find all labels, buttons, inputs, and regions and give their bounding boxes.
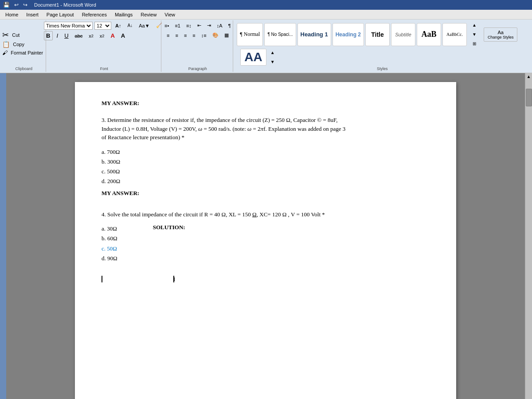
question3-number: 3. (102, 117, 106, 123)
style-h2-btn[interactable]: Heading 2 (332, 23, 364, 46)
superscript-button[interactable]: x2 (98, 32, 107, 40)
style-subtitle-btn[interactable]: Subtitle (391, 23, 415, 46)
scrollbar-thumb[interactable] (526, 89, 532, 106)
my-answer-section1: MY ANSWER: (102, 100, 430, 107)
change-styles-label: Change Styles (488, 35, 514, 39)
scroll-up-styles[interactable]: ▲ (470, 21, 479, 29)
highlight-button[interactable]: A (119, 31, 127, 40)
menu-page-layout[interactable]: Page Layout (43, 11, 78, 18)
menu-references[interactable]: References (78, 11, 110, 18)
style-subtitle-label: Subtitle (395, 32, 411, 37)
option-4d: d. 90Ω (102, 254, 117, 263)
font-size-select[interactable]: 12 10 11 14 (94, 22, 111, 30)
app-layout: MY ANSWER: 3. Determine the resistance o… (0, 73, 532, 399)
style-title-label: Title (371, 31, 384, 38)
menu-insert[interactable]: Insert (23, 11, 42, 18)
text-color-button[interactable]: A (108, 31, 117, 40)
aa-up-icon[interactable]: ▲ (268, 49, 277, 56)
style-aabccd-btn[interactable]: AaBbCc. (442, 23, 467, 46)
question-3-block: 3. Determine the resistance of resistor … (102, 116, 430, 197)
style-aab-btn[interactable]: AaB (417, 23, 441, 46)
save-icon[interactable]: 💾 (2, 1, 11, 9)
italic-button[interactable]: I (55, 31, 61, 40)
shrink-font-button[interactable]: A↓ (125, 22, 135, 29)
option-4c: c. 50Ω (102, 244, 117, 254)
question4-options: a. 30Ω b. 60Ω c. 50Ω d. 90Ω (102, 224, 117, 263)
undo-icon[interactable]: ↩ (13, 1, 20, 9)
style-h1-btn[interactable]: Heading 1 (297, 23, 331, 46)
increase-indent-button[interactable]: ⇥ (205, 21, 213, 30)
style-normal-label: ¶ Normal (240, 31, 260, 38)
style-title-btn[interactable]: Title (365, 23, 390, 46)
bullets-button[interactable]: ≡• (162, 21, 171, 30)
styles-content: ¶ Normal ¶ No Spaci... Heading 1 Heading… (237, 21, 528, 66)
line-spacing-button[interactable]: ↕≡ (199, 31, 209, 39)
ribbon: ✂ Cut 📋 Copy 🖌 Format Painter Clipboard (0, 20, 532, 73)
style-normal-btn[interactable]: ¶ Normal (237, 23, 263, 46)
question-4-block: 4. Solve the total impedance of the circ… (102, 210, 430, 267)
question3-options: a. 700Ω b. 300Ω c. 500Ω d. 200Ω (102, 147, 430, 186)
document-area[interactable]: MY ANSWER: 3. Determine the resistance o… (6, 73, 525, 399)
menu-bar: Home Insert Page Layout References Maili… (0, 10, 532, 20)
font-name-select[interactable]: Times New Roman (44, 22, 93, 30)
center-button[interactable]: ≡ (173, 31, 180, 39)
menu-mailings[interactable]: Mailings (111, 11, 136, 18)
option-3a: a. 700Ω (102, 147, 430, 157)
cursor-row: | I (102, 276, 430, 282)
paragraph-group: ≡• ≡1 ≡↕ ⇤ ⇥ ↕A ¶ ≡ ≡ ≡ ≡ ↕≡ 🎨 ▦ (162, 20, 233, 72)
right-scrollbar[interactable]: ▲ ▼ (525, 73, 532, 399)
scroll-down-styles[interactable]: ▼ (470, 31, 479, 38)
decrease-indent-button[interactable]: ⇤ (195, 21, 203, 30)
numbering-button[interactable]: ≡1 (172, 21, 183, 30)
expand-styles[interactable]: ⊞ (470, 40, 479, 47)
question4-number: 4. (102, 211, 106, 218)
shading-button[interactable]: 🎨 (210, 31, 221, 39)
aa-down-icon[interactable]: ▼ (268, 58, 277, 66)
borders-button[interactable]: ▦ (222, 31, 231, 39)
document-page[interactable]: MY ANSWER: 3. Determine the resistance o… (75, 82, 456, 399)
font-aa-button[interactable]: Aa▼ (137, 22, 152, 30)
sort-button[interactable]: ↕A (215, 21, 225, 30)
justify-button[interactable]: ≡ (190, 31, 197, 39)
menu-home[interactable]: Home (2, 11, 22, 18)
style-nospace-btn[interactable]: ¶ No Spaci... (264, 23, 296, 46)
strikethrough-button[interactable]: abc (73, 32, 85, 40)
style-aab-label: AaB (421, 30, 436, 39)
align-left-button[interactable]: ≡ (164, 31, 172, 39)
grow-font-button[interactable]: A↑ (113, 22, 123, 30)
title-bar-text: Document1 - Microsoft Word (34, 2, 96, 8)
large-aa-icon: AA (240, 49, 266, 66)
redo-icon[interactable]: ↪ (22, 1, 29, 9)
scroll-down-button[interactable]: ▼ (525, 397, 532, 399)
text-cursor-right: I (173, 276, 174, 282)
paragraph-controls: ≡• ≡1 ≡↕ ⇤ ⇥ ↕A ¶ ≡ ≡ ≡ ≡ ↕≡ 🎨 ▦ (162, 21, 233, 66)
font-controls: Times New Roman 12 10 11 14 A↑ A↓ Aa▼ 🧹 … (44, 21, 164, 66)
font-label: Font (100, 66, 108, 71)
scroll-up-button[interactable]: ▲ (525, 73, 532, 80)
copy-button[interactable]: Copy (11, 40, 27, 48)
menu-view[interactable]: View (161, 11, 179, 18)
style-h2-label: Heading 2 (336, 31, 361, 38)
styles-group: ¶ Normal ¶ No Spaci... Heading 1 Heading… (234, 20, 530, 72)
paragraph-label: Paragraph (188, 66, 207, 71)
bold-button[interactable]: B (44, 31, 52, 40)
question3-text: 3. Determine the resistance of resistor … (102, 116, 430, 142)
underline-button[interactable]: U (62, 31, 70, 40)
clipboard-buttons: ✂ Cut 📋 Copy 🖌 Format Painter (2, 21, 45, 66)
ribbon-content: ✂ Cut 📋 Copy 🖌 Format Painter Clipboard (0, 20, 532, 73)
subscript-button[interactable]: x2 (86, 32, 96, 40)
change-styles-button[interactable]: Aa Change Styles (484, 27, 518, 42)
format-painter-button[interactable]: Format Painter (8, 49, 45, 57)
option-4b: b. 60Ω (102, 234, 117, 243)
left-panel (0, 73, 6, 399)
option-3b: b. 300Ω (102, 157, 430, 167)
my-answer-heading1: MY ANSWER: (102, 100, 430, 107)
style-h1-label: Heading 1 (301, 31, 328, 38)
cut-button[interactable]: Cut (10, 31, 22, 39)
option-3c: c. 500Ω (102, 167, 430, 176)
multilevel-button[interactable]: ≡↕ (184, 21, 194, 30)
show-formatting-button[interactable]: ¶ (226, 21, 233, 30)
font-group: Times New Roman 12 10 11 14 A↑ A↓ Aa▼ 🧹 … (47, 20, 161, 72)
menu-review[interactable]: Review (137, 11, 160, 18)
align-right-button[interactable]: ≡ (182, 31, 189, 39)
